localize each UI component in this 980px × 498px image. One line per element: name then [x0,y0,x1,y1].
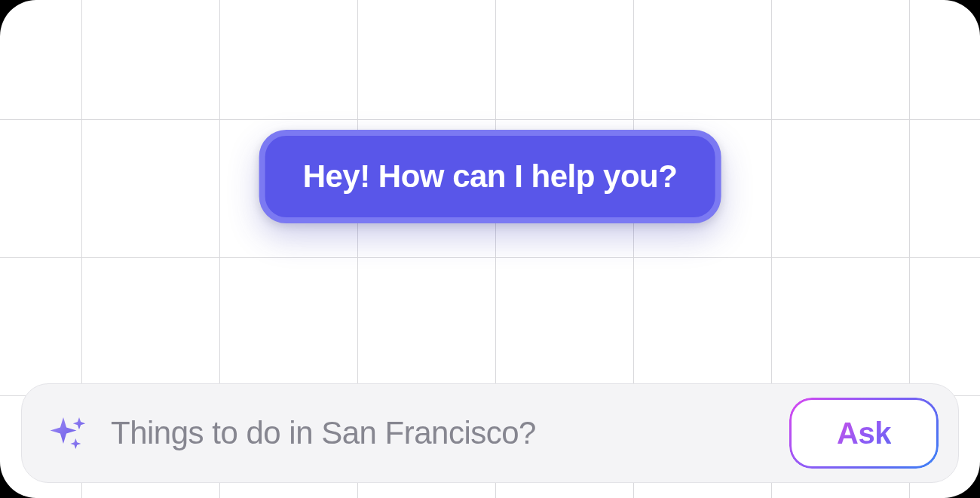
sparkle-icon [47,412,90,454]
chat-input[interactable] [111,415,768,451]
app-canvas: Hey! How can I help you? Ask [0,0,980,498]
ask-button-label: Ask [837,417,891,450]
assistant-greeting-text: Hey! How can I help you? [303,158,678,195]
chat-input-bar: Ask [21,383,959,483]
ask-button[interactable]: Ask [789,398,939,469]
assistant-greeting-bubble: Hey! How can I help you? [259,130,721,223]
